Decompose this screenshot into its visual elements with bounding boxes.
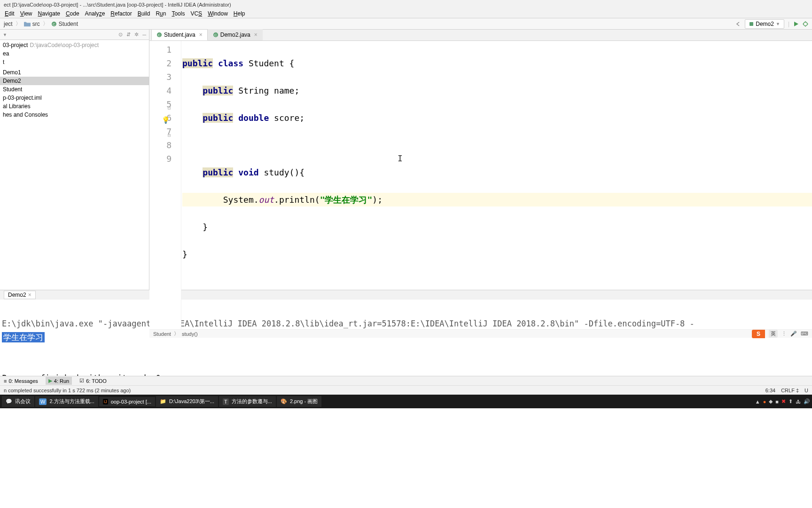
svg-text:C: C	[214, 33, 217, 37]
menu-bar: Edit View Navigate Code Analyze Refactor…	[0, 9, 812, 18]
close-icon[interactable]: ×	[199, 32, 203, 38]
settings-icon[interactable]: ✲	[134, 32, 139, 38]
tray-icon[interactable]: ✖	[781, 398, 786, 405]
tab-label: Student.java	[164, 32, 195, 38]
menu-code[interactable]: Code	[63, 9, 82, 18]
encoding[interactable]: U	[804, 388, 808, 393]
collapse-icon[interactable]: ⇵	[126, 32, 131, 38]
tool-todo[interactable]: ☑ 6: TODO	[79, 378, 107, 384]
navigation-bar: ject 〉 src 〉 C Student Demo2 ▼ |	[0, 18, 812, 30]
chevron-down-icon[interactable]: ▼	[3, 32, 7, 37]
tool-window-bar: ≡ 0: Messages ▶ 4: Run ☑ 6: TODO	[0, 376, 812, 385]
task-explorer[interactable]: 📁D:\Java2203\第一...	[156, 396, 218, 407]
menu-view[interactable]: View	[17, 9, 35, 18]
back-icon[interactable]	[734, 21, 741, 27]
code-content[interactable]: public class Student { public String nam…	[181, 41, 812, 329]
menu-tools[interactable]: Tools	[169, 9, 187, 18]
class-icon: C	[213, 32, 219, 38]
svg-text:C: C	[53, 22, 55, 26]
folder-icon	[24, 21, 31, 27]
ime-lang[interactable]: 英	[769, 330, 778, 338]
ime-tool-icon[interactable]: ⋮	[781, 331, 787, 337]
tree-item[interactable]: ea	[0, 49, 149, 58]
tree-item-demo1[interactable]: Demo1	[0, 68, 149, 77]
svg-point-3	[804, 22, 807, 26]
app-icon: 💬	[6, 398, 12, 405]
menu-vcs[interactable]: VCS	[187, 9, 205, 18]
debug-button[interactable]	[803, 21, 808, 27]
locate-icon[interactable]: ⊙	[118, 32, 123, 38]
close-icon[interactable]: ×	[254, 32, 258, 38]
run-tab-demo2[interactable]: Demo2 ×	[4, 291, 36, 299]
breadcrumb-class[interactable]: Student	[153, 331, 171, 337]
sogou-ime-icon[interactable]: S	[752, 330, 765, 338]
window-title: ect [D:\javaCode\oop-03-project] - ...\s…	[4, 2, 231, 8]
chevron-icon: 〉	[43, 20, 48, 28]
ime-mic-icon[interactable]: 🎤	[790, 331, 797, 337]
status-message: n completed successfully in 1 s 722 ms (…	[4, 388, 131, 393]
tray-volume-icon[interactable]: 🔊	[804, 398, 810, 405]
menu-navigate[interactable]: Navigate	[35, 9, 63, 18]
breadcrumb-src[interactable]: src	[32, 21, 40, 27]
tool-run[interactable]: ▶ 4: Run	[46, 377, 72, 385]
messages-icon: ≡	[4, 378, 7, 384]
tree-item-student[interactable]: Student	[0, 85, 149, 94]
project-sidebar: ▼ ⊙ ⇵ ✲ ─ 03-project D:\javaCode\oop-03-…	[0, 30, 149, 290]
chevron-icon: 〉	[16, 20, 21, 28]
ime-keyboard-icon[interactable]: ⌨	[801, 331, 808, 337]
tree-item-demo2[interactable]: Demo2	[0, 77, 149, 85]
breadcrumb-file[interactable]: Student	[59, 21, 78, 27]
breadcrumb-project[interactable]: ject	[4, 21, 13, 27]
menu-analyze[interactable]: Analyze	[82, 9, 108, 18]
task-tencent-meeting[interactable]: 💬讯会议	[2, 396, 34, 407]
close-icon[interactable]: ×	[28, 292, 31, 298]
hide-icon[interactable]: ─	[142, 32, 146, 38]
tree-item-libraries[interactable]: al Libraries	[0, 102, 149, 111]
line-separator[interactable]: CRLF ‡	[781, 388, 799, 393]
status-bar: n completed successfully in 1 s 722 ms (…	[0, 385, 812, 395]
run-icon: ▶	[48, 378, 52, 384]
tray-icon[interactable]: ◆	[769, 398, 773, 405]
cursor-position[interactable]: 6:34	[765, 388, 775, 393]
run-button[interactable]	[793, 21, 799, 27]
svg-rect-2	[750, 22, 753, 26]
tree-item-scratches[interactable]: hes and Consoles	[0, 111, 149, 119]
tray-network-icon[interactable]: 🖧	[796, 399, 801, 405]
gutter: 1 2 3 4 5⊟ 6💡 7⊟ 8 9	[149, 41, 181, 329]
tree-item-iml[interactable]: p-03-project.iml	[0, 94, 149, 102]
menu-help[interactable]: Help	[231, 9, 248, 18]
tree-project-root[interactable]: 03-project D:\javaCode\oop-03-project	[0, 41, 149, 49]
task-intellij[interactable]: IJoop-03-project [...	[99, 397, 155, 406]
menu-build[interactable]: Build	[135, 9, 153, 18]
class-icon: C	[51, 21, 57, 27]
task-wps[interactable]: W2.方法与方法重载...	[35, 396, 98, 407]
code-editor[interactable]: 1 2 3 4 5⊟ 6💡 7⊟ 8 9 public class Studen…	[149, 41, 812, 329]
tab-label: Demo2.java	[220, 32, 250, 38]
tray-icon[interactable]: ⬆	[789, 398, 793, 405]
tab-demo2[interactable]: C Demo2.java ×	[208, 29, 263, 40]
tool-messages[interactable]: ≡ 0: Messages	[4, 378, 38, 384]
run-config-icon	[749, 22, 754, 26]
breadcrumb-method[interactable]: study()	[182, 331, 198, 337]
fold-icon[interactable]: ⊟	[168, 128, 171, 142]
project-tree: 03-project D:\javaCode\oop-03-project ea…	[0, 40, 149, 120]
tree-item[interactable]: t	[0, 58, 149, 66]
tray-icon[interactable]: ●	[763, 399, 766, 405]
console-stdout: 学生在学习	[2, 332, 45, 342]
menu-refactor[interactable]: Refactor	[108, 9, 134, 18]
title-bar: ect [D:\javaCode\oop-03-project] - ...\s…	[0, 0, 812, 9]
menu-edit[interactable]: Edit	[2, 9, 17, 18]
menu-window[interactable]: Window	[205, 9, 231, 18]
task-typora[interactable]: T方法的参数遵与...	[219, 396, 276, 407]
folder-icon: 📁	[160, 398, 166, 405]
run-config-select[interactable]: Demo2 ▼	[745, 19, 784, 29]
console-exit: Process finished with exit code 0	[2, 373, 161, 376]
menu-run[interactable]: Run	[153, 9, 169, 18]
text-cursor: I	[398, 151, 403, 165]
tab-student[interactable]: C Student.java ×	[151, 29, 208, 40]
tray-icon[interactable]: ■	[775, 399, 779, 405]
svg-text:C: C	[158, 33, 161, 37]
todo-icon: ☑	[79, 378, 84, 384]
task-paint[interactable]: 🎨2.png - 画图	[277, 396, 321, 407]
tray-chevron-icon[interactable]: ▲	[755, 399, 760, 405]
